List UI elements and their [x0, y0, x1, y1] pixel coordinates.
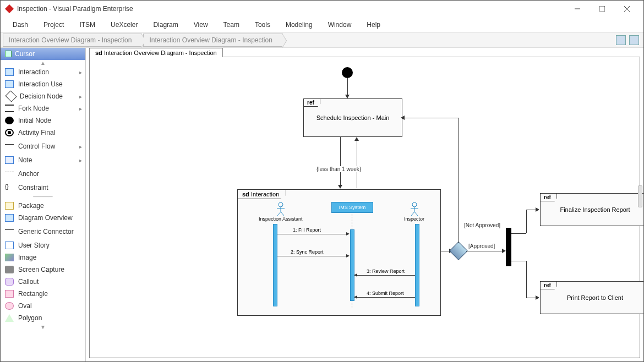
- palette-polygon[interactable]: Polygon: [1, 312, 85, 324]
- connector-icon: [5, 229, 14, 237]
- ref-label: Schedule Inspection - Main: [316, 114, 390, 121]
- close-button[interactable]: [614, 1, 639, 17]
- message-arrow[interactable]: [277, 256, 349, 256]
- svg-point-4: [279, 202, 283, 207]
- palette-expand-icon[interactable]: ▼: [1, 324, 85, 330]
- palette-generic-connector[interactable]: Generic Connector: [1, 224, 85, 239]
- message-arrow[interactable]: [277, 234, 349, 234]
- lifeline-bar[interactable]: [350, 229, 354, 301]
- message-label: 2: Sync Report: [291, 249, 324, 255]
- menu-diagram[interactable]: Diagram: [145, 19, 185, 31]
- svg-point-9: [412, 202, 417, 207]
- breadcrumb-item[interactable]: Interaction Overview Diagram - Inspectio…: [3, 34, 142, 47]
- edge: [511, 261, 526, 261]
- decision-node[interactable]: [449, 242, 468, 260]
- toolbar-icon[interactable]: [629, 35, 639, 45]
- fork-icon: [5, 105, 14, 112]
- anchor-icon: [5, 172, 14, 179]
- flow-icon: [5, 144, 14, 152]
- message-label: 4: Submit Report: [367, 290, 404, 296]
- sd-interaction[interactable]: sd Interaction Inspection Assistant IMS …: [237, 189, 441, 316]
- palette-screen-capture[interactable]: Screen Capture: [1, 264, 85, 276]
- palette-activity-final[interactable]: Activity Final: [1, 127, 85, 139]
- ref-tag: ref: [541, 194, 557, 201]
- maximize-button[interactable]: [590, 1, 614, 17]
- toolbar-icon[interactable]: [616, 35, 626, 45]
- rectangle-icon: [5, 290, 14, 298]
- constraint-label: {less than 1 week}: [315, 166, 362, 172]
- message-arrow[interactable]: [354, 275, 415, 276]
- palette-collapse-icon[interactable]: ▲: [1, 60, 85, 66]
- palette-rectangle[interactable]: Rectangle: [1, 288, 85, 300]
- menu-uexceler[interactable]: UeXceler: [103, 19, 145, 31]
- edge: [403, 118, 459, 118]
- message-label: 3: Review Report: [367, 268, 405, 274]
- story-icon: [5, 242, 14, 249]
- actor-assistant[interactable]: Inspection Assistant: [259, 202, 303, 222]
- menu-tools[interactable]: Tools: [247, 19, 278, 31]
- lifeline-bar[interactable]: [273, 224, 277, 306]
- image-icon: [5, 254, 14, 261]
- palette-decision-node[interactable]: Decision Node▸: [1, 90, 85, 102]
- pin-icon: ▸: [79, 144, 82, 150]
- menu-help[interactable]: Help: [359, 19, 388, 31]
- palette-fork-node[interactable]: Fork Node▸: [1, 102, 85, 114]
- pin-icon: ▸: [79, 157, 82, 163]
- final-icon: [5, 129, 14, 136]
- menu-project[interactable]: Project: [36, 19, 72, 31]
- breadcrumb-item[interactable]: Interaction Overview Diagram - Inspectio…: [143, 34, 282, 47]
- callout-icon: [5, 278, 14, 286]
- menu-view[interactable]: View: [186, 19, 216, 31]
- actor-icon: [275, 202, 286, 216]
- window-title: Inspection - Visual Paradigm Enterprise: [17, 5, 565, 13]
- initial-node[interactable]: [342, 67, 353, 78]
- menu-itsm[interactable]: ITSM: [72, 19, 103, 31]
- package-icon: [5, 202, 14, 210]
- pin-icon: ▸: [79, 94, 82, 100]
- ref-print[interactable]: ref Print Report to Client: [540, 281, 643, 314]
- palette-initial-node[interactable]: Initial Node: [1, 114, 85, 127]
- palette-diagram-overview[interactable]: Diagram Overview: [1, 212, 85, 224]
- diagram-canvas[interactable]: sd Interaction Overview Diagram - Inspec…: [86, 48, 643, 361]
- interaction-use-icon: [5, 80, 14, 88]
- palette-user-story[interactable]: User Story: [1, 239, 85, 251]
- palette-control-flow[interactable]: Control Flow▸: [1, 139, 85, 154]
- scrollbar-handle[interactable]: [638, 185, 642, 207]
- arrow-icon: [536, 207, 539, 212]
- ref-finalize[interactable]: ref Finalize Inspection Report: [540, 193, 643, 226]
- palette-cursor[interactable]: Cursor: [1, 48, 85, 60]
- menu-team[interactable]: Team: [216, 19, 247, 31]
- pin-icon: ▸: [79, 106, 82, 112]
- palette-constraint[interactable]: {}Constraint: [1, 182, 85, 194]
- menu-modeling[interactable]: Modeling: [278, 19, 320, 31]
- window-controls: [565, 1, 639, 17]
- menu-dash[interactable]: Dash: [5, 19, 36, 31]
- minimize-button[interactable]: [565, 1, 590, 17]
- ref-schedule[interactable]: ref Schedule Inspection - Main: [303, 98, 402, 137]
- lifeline-bar[interactable]: [415, 224, 419, 306]
- guard-not-approved: [Not Approved]: [463, 222, 501, 228]
- sd-tag: sd Interaction: [238, 190, 286, 199]
- message-arrow[interactable]: [354, 297, 415, 298]
- palette-package[interactable]: Package: [1, 200, 85, 212]
- palette-divider: ─────: [1, 194, 85, 200]
- note-icon: [5, 156, 14, 164]
- svg-line-13: [414, 212, 418, 216]
- palette-note[interactable]: Note▸: [1, 154, 85, 166]
- actor-inspector[interactable]: Inspector: [404, 202, 424, 222]
- palette-callout[interactable]: Callout: [1, 276, 85, 288]
- palette-interaction-use[interactable]: Interaction Use: [1, 78, 85, 90]
- lifeline-system[interactable]: IMS System: [331, 202, 373, 213]
- app-icon: [5, 4, 14, 13]
- edge: [511, 233, 526, 234]
- svg-line-8: [281, 212, 284, 216]
- palette-interaction[interactable]: Interaction▸: [1, 66, 85, 78]
- palette-image[interactable]: Image: [1, 251, 85, 264]
- palette-oval[interactable]: Oval: [1, 300, 85, 312]
- palette-anchor[interactable]: Anchor: [1, 166, 85, 182]
- title-bar: Inspection - Visual Paradigm Enterprise: [1, 1, 643, 17]
- fork-node[interactable]: [506, 228, 511, 266]
- arrow-icon: [338, 185, 342, 189]
- cursor-icon: [5, 51, 12, 57]
- menu-window[interactable]: Window: [320, 19, 359, 31]
